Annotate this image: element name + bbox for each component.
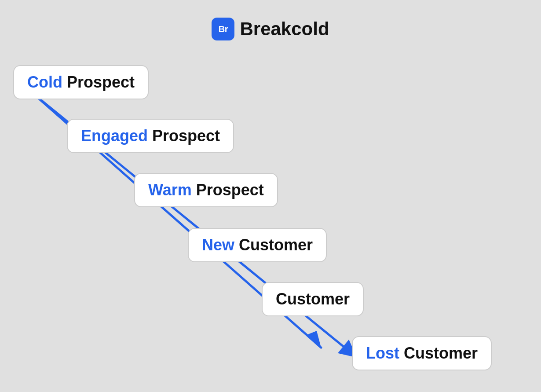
new-black: Customer	[234, 236, 313, 254]
header: Br Breakcold	[0, 0, 541, 40]
cold-blue: Cold	[27, 73, 62, 91]
svg-marker-1	[308, 331, 321, 348]
stage-lost-customer: Lost Customer	[352, 336, 492, 370]
logo-icon: Br	[212, 18, 234, 40]
logo-text: Br	[219, 24, 228, 34]
stage-cold-prospect: Cold Prospect	[13, 65, 149, 99]
warm-black: Prospect	[192, 181, 264, 199]
customer-black: Customer	[276, 290, 350, 308]
stage-engaged-prospect: Engaged Prospect	[67, 119, 234, 153]
new-blue: New	[202, 236, 234, 254]
engaged-black: Prospect	[148, 127, 220, 145]
warm-blue: Warm	[148, 181, 192, 199]
stage-customer: Customer	[262, 282, 364, 316]
lost-black: Customer	[399, 344, 478, 362]
stage-new-customer: New Customer	[188, 228, 327, 262]
engaged-blue: Engaged	[81, 127, 148, 145]
lost-blue: Lost	[366, 344, 399, 362]
cold-black: Prospect	[62, 73, 135, 91]
brand-name: Breakcold	[240, 18, 329, 40]
stage-warm-prospect: Warm Prospect	[134, 173, 278, 207]
